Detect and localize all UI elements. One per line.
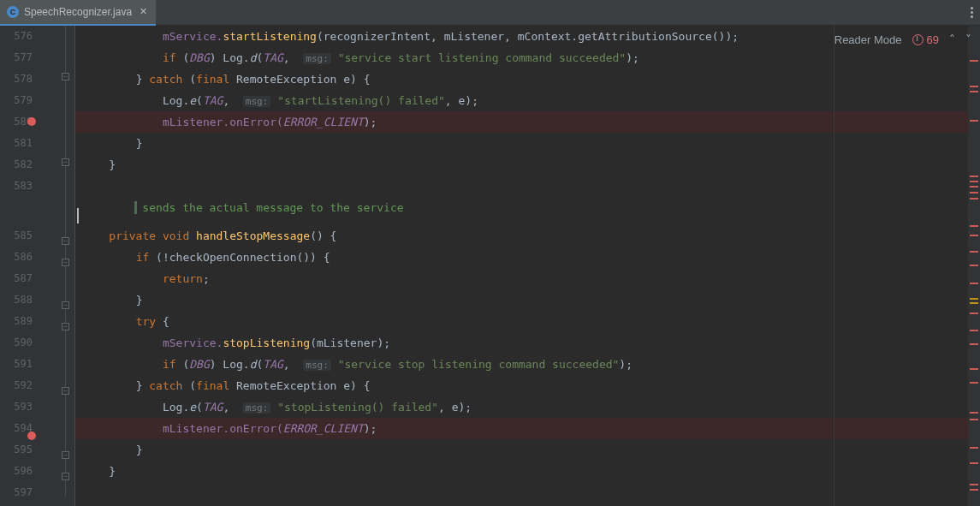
stripe-error-mark[interactable] xyxy=(970,283,978,284)
code-token: try xyxy=(136,315,156,328)
code-line[interactable]: private void handleStopMessage() { xyxy=(75,225,980,247)
stripe-error-mark[interactable] xyxy=(970,489,978,491)
stripe-warn-mark[interactable] xyxy=(970,298,978,300)
code-token: ERROR_CLIENT xyxy=(283,116,364,128)
code-line[interactable]: return; xyxy=(75,268,980,289)
code-area[interactable]: mService.startListening(recognizerIntent… xyxy=(75,26,980,506)
code-line[interactable]: } xyxy=(75,289,980,311)
stripe-error-mark[interactable] xyxy=(970,382,978,384)
code-token: { xyxy=(156,315,169,328)
code-line[interactable]: } xyxy=(75,461,980,482)
fold-handle[interactable]: – xyxy=(62,387,69,395)
stripe-error-mark[interactable] xyxy=(970,343,978,345)
stripe-error-mark[interactable] xyxy=(970,186,978,188)
error-stripe[interactable] xyxy=(968,26,980,506)
code-line[interactable]: mListener.onError(ERROR_CLIENT); xyxy=(75,418,980,439)
stripe-error-mark[interactable] xyxy=(970,225,978,227)
line-number: 595 xyxy=(0,439,39,461)
code-line[interactable]: if (!checkOpenConnection()) { xyxy=(75,247,980,268)
reader-mode-label[interactable]: Reader Mode xyxy=(834,33,902,46)
code-line[interactable] xyxy=(75,482,980,503)
code-token: RemoteException e) { xyxy=(229,73,370,86)
code-token: } xyxy=(109,158,116,171)
tab-speechrecognizer[interactable]: C SpeechRecognizer.java ✕ xyxy=(0,0,156,26)
fold-handle[interactable]: – xyxy=(62,301,69,309)
more-options-icon[interactable] xyxy=(971,0,973,25)
code-token: ); xyxy=(626,51,639,64)
stripe-warn-mark[interactable] xyxy=(970,302,978,304)
code-line[interactable]: mService.stopListening(mListener); xyxy=(75,332,980,354)
code-line[interactable]: try { xyxy=(75,311,980,332)
code-line[interactable]: } xyxy=(75,439,980,461)
line-number: 592 xyxy=(0,375,39,396)
code-token: if xyxy=(163,358,176,371)
code-line[interactable]: Log.e(TAG, msg: "startListening() failed… xyxy=(75,90,980,111)
stripe-error-mark[interactable] xyxy=(970,235,978,236)
next-error-icon[interactable]: ˅ xyxy=(965,33,971,46)
code-token: mListener.onError( xyxy=(163,116,283,128)
code-token: catch xyxy=(149,73,182,86)
fold-handle[interactable]: – xyxy=(62,323,69,330)
code-line[interactable]: Log.e(TAG, msg: "stopListening() failed"… xyxy=(75,396,980,418)
code-token: } xyxy=(136,379,150,392)
fold-handle[interactable]: – xyxy=(62,451,69,459)
code-token: d xyxy=(250,358,257,371)
code-token: , xyxy=(283,51,297,64)
breakpoint-icon[interactable] xyxy=(27,432,36,440)
stripe-error-mark[interactable] xyxy=(970,447,978,449)
fold-handle[interactable]: – xyxy=(62,158,69,166)
code-line[interactable]: } catch (final RemoteException e) { xyxy=(75,68,980,90)
code-token: TAG xyxy=(203,401,223,414)
code-token: catch xyxy=(149,379,182,392)
close-icon[interactable]: ✕ xyxy=(137,6,149,18)
stripe-error-mark[interactable] xyxy=(970,91,978,92)
code-line[interactable]: if (DBG) Log.d(TAG, msg: "service stop l… xyxy=(75,354,980,375)
stripe-error-mark[interactable] xyxy=(970,86,978,87)
code-token: ( xyxy=(196,94,203,107)
stripe-error-mark[interactable] xyxy=(970,265,978,266)
code-line[interactable]: } catch (final RemoteException e) { xyxy=(75,375,980,396)
breakpoint-icon[interactable] xyxy=(27,117,36,126)
code-line[interactable]: mListener.onError(ERROR_CLIENT); xyxy=(75,111,980,133)
stripe-error-mark[interactable] xyxy=(970,251,978,253)
stripe-error-mark[interactable] xyxy=(970,181,978,182)
param-hint: msg: xyxy=(303,53,331,64)
code-token: ( xyxy=(176,358,190,371)
stripe-error-mark[interactable] xyxy=(970,368,978,370)
code-token: ) Log. xyxy=(210,51,250,64)
code-token: , e); xyxy=(445,94,478,107)
code-line[interactable]: sends the actual message to the service xyxy=(75,197,980,218)
code-line[interactable]: } xyxy=(75,133,980,154)
code-token: e xyxy=(189,401,196,414)
code-line[interactable] xyxy=(75,176,980,197)
stripe-error-mark[interactable] xyxy=(970,198,978,199)
fold-handle[interactable]: – xyxy=(62,73,69,80)
fold-handle[interactable]: – xyxy=(62,473,69,480)
stripe-error-mark[interactable] xyxy=(970,484,978,485)
stripe-error-mark[interactable] xyxy=(970,60,978,62)
code-token: } xyxy=(136,73,150,86)
stripe-error-mark[interactable] xyxy=(970,462,978,464)
error-count-badge[interactable]: 69 xyxy=(912,33,939,46)
param-hint: msg: xyxy=(243,402,271,414)
line-number: 579 xyxy=(0,90,39,111)
marks-gutter[interactable] xyxy=(39,26,58,506)
stripe-error-mark[interactable] xyxy=(970,120,978,122)
prev-error-icon[interactable]: ˄ xyxy=(949,33,955,46)
line-number: 596 xyxy=(0,461,39,482)
code-token: d xyxy=(250,51,257,64)
stripe-error-mark[interactable] xyxy=(970,176,978,177)
stripe-error-mark[interactable] xyxy=(970,419,978,420)
stripe-error-mark[interactable] xyxy=(970,313,978,314)
code-line[interactable]: if (DBG) Log.d(TAG, msg: "service start … xyxy=(75,47,980,68)
line-number: 589 xyxy=(0,311,39,332)
fold-gutter[interactable]: – – – – – – – – – xyxy=(58,26,75,506)
code-token: if xyxy=(163,51,176,64)
stripe-error-mark[interactable] xyxy=(970,412,978,414)
code-token: "startListening() failed" xyxy=(270,94,445,107)
fold-handle[interactable]: – xyxy=(62,237,69,245)
code-line[interactable]: } xyxy=(75,154,980,176)
stripe-error-mark[interactable] xyxy=(970,330,978,331)
stripe-error-mark[interactable] xyxy=(970,192,978,193)
fold-handle[interactable]: – xyxy=(62,259,69,266)
